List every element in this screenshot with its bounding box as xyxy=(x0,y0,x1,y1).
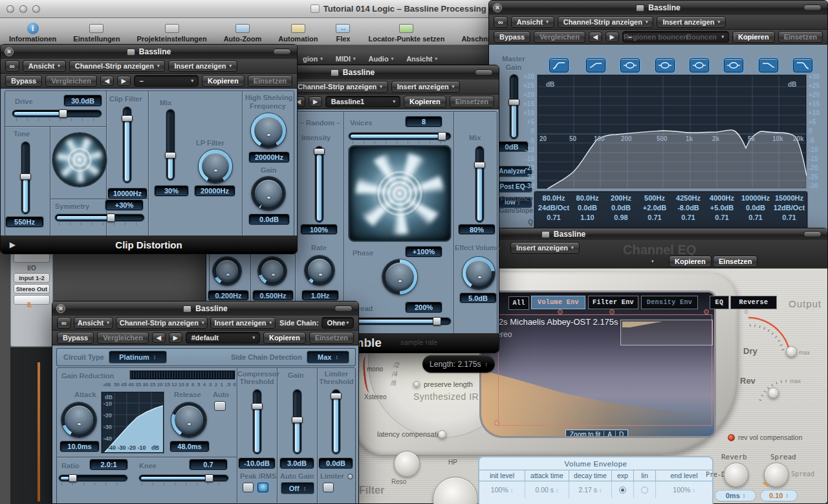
latency-compensation-button[interactable] xyxy=(438,430,446,439)
envelope-handle[interactable] xyxy=(494,421,499,426)
reverb-predelay-knob[interactable] xyxy=(724,463,748,487)
clip-filter-value[interactable]: 10000Hz xyxy=(108,188,147,199)
tone-slider[interactable] xyxy=(21,142,30,214)
tab-density-env[interactable]: Density Env xyxy=(641,296,698,309)
intensity-value[interactable]: 100% xyxy=(301,225,337,234)
waveform-display[interactable]: 2.2s Michaelis Abbey-OST 2.175s Stereo Z… xyxy=(479,290,716,438)
compare-button[interactable]: Vergleichen xyxy=(45,75,97,87)
preset-dropdown[interactable]: Bassline1▾ xyxy=(325,96,400,107)
paste-button[interactable]: Einsetzen xyxy=(778,31,823,43)
envelope-handle[interactable] xyxy=(558,309,563,314)
band-bell-icon[interactable] xyxy=(620,58,640,72)
bypass-button[interactable]: Bypass xyxy=(494,31,530,43)
gain-slider[interactable] xyxy=(293,389,301,454)
lfo1-rate-knob[interactable] xyxy=(213,257,241,285)
minimize-pill[interactable] xyxy=(273,49,291,55)
drive-slider[interactable] xyxy=(12,110,102,117)
band-frequency-row[interactable]: 80.0Hz80.0Hz200Hz500Hz4250Hz4000Hz10000H… xyxy=(537,194,807,202)
preset-dropdown[interactable]: –▾ xyxy=(134,75,199,87)
close-icon[interactable]: ✕ xyxy=(5,47,14,56)
paste-button[interactable]: Einsetzen xyxy=(309,332,354,344)
minimize-pill[interactable] xyxy=(334,305,353,312)
limiter-checkbox[interactable] xyxy=(323,483,334,492)
insert-menu[interactable]: Insert anzeigen▾ xyxy=(657,16,726,28)
predelay-value[interactable]: 0ms↕ xyxy=(715,490,756,501)
attack-time-stepper[interactable]: 0.00 s ↕ xyxy=(525,481,569,498)
limiter-threshold-value[interactable]: 0.0dB xyxy=(319,458,353,468)
high-shelving-frequency-knob[interactable] xyxy=(251,113,286,148)
knee-slider[interactable] xyxy=(139,475,228,481)
knee-value[interactable]: 0.7 xyxy=(190,459,227,470)
close-window-icon[interactable] xyxy=(6,5,14,13)
side-chain-dropdown[interactable]: Ohne▾ xyxy=(321,317,354,329)
next-preset-button[interactable]: ▶ xyxy=(169,333,182,343)
prev-preset-button[interactable]: ◀ xyxy=(152,333,166,343)
zoom-d-button[interactable]: D xyxy=(615,431,624,438)
channel-strip-menu[interactable]: Channel-Strip anzeigen▾ xyxy=(558,16,654,28)
synthesized-ir-label[interactable]: Synthesized IR xyxy=(413,391,479,402)
symmetry-slider[interactable] xyxy=(55,214,144,221)
clip-filter-slider[interactable] xyxy=(123,107,131,183)
close-icon[interactable]: ✕ xyxy=(493,3,502,12)
hs-gain-knob[interactable] xyxy=(252,177,285,210)
lp-filter-value[interactable]: 20000Hz xyxy=(195,186,235,196)
symmetry-value[interactable]: +30% xyxy=(105,200,143,210)
exp-radio[interactable] xyxy=(611,481,633,498)
tab-all[interactable]: All xyxy=(508,296,529,310)
peak-button[interactable] xyxy=(243,483,254,492)
spread-knob[interactable] xyxy=(764,463,789,487)
paste-button[interactable]: Einsetzen xyxy=(450,96,494,107)
drive-value[interactable]: 30.0dB xyxy=(64,95,102,106)
lfo2-rate-value[interactable]: 0.500Hz xyxy=(253,290,293,300)
compressor-threshold-value[interactable]: -10.0dB xyxy=(239,458,275,468)
copy-button[interactable]: Kopieren xyxy=(404,96,446,107)
spread-slider[interactable] xyxy=(349,318,451,325)
copy-button[interactable]: Kopieren xyxy=(263,332,306,344)
band-gain-row[interactable]: 24dB/Oct0.0dB0.0dB+2.0dB-8.0dB+5.0dB0.0d… xyxy=(537,204,807,212)
envelope-selection[interactable] xyxy=(620,320,713,345)
lp-filter-knob[interactable] xyxy=(199,149,232,183)
zoom-to-fit-button[interactable]: Zoom to fitAD xyxy=(565,430,628,438)
init-level-stepper[interactable]: 100% ↕ xyxy=(479,486,525,494)
phase-value[interactable]: +100% xyxy=(406,247,442,257)
spread-value[interactable]: 0.10↕ xyxy=(760,490,798,501)
menu-audio[interactable]: Audio▾ xyxy=(368,55,393,63)
intensity-slider[interactable] xyxy=(315,146,323,223)
next-preset-button[interactable]: ▶ xyxy=(605,32,619,42)
output-button[interactable]: Stereo Out xyxy=(14,284,50,294)
auto-release-checkbox[interactable] xyxy=(214,401,226,411)
zoom-a-button[interactable]: A xyxy=(604,431,612,438)
limiter-threshold-slider[interactable] xyxy=(332,389,340,454)
minimize-window-icon[interactable] xyxy=(19,5,27,13)
preset-dropdown[interactable]: #default▾ xyxy=(186,332,260,344)
attack-knob[interactable] xyxy=(61,402,96,437)
insert-menu[interactable]: Insert anzeigen▾ xyxy=(391,81,461,93)
zoom-window-icon[interactable] xyxy=(32,5,40,13)
minimize-pill[interactable] xyxy=(803,5,822,11)
decay-time-stepper[interactable]: 2.17 s ↕ xyxy=(569,481,611,498)
phase-knob[interactable] xyxy=(382,259,417,294)
menu-ansicht[interactable]: Ansicht▾ xyxy=(406,55,437,63)
insert-menu[interactable]: Insert anzeigen▾ xyxy=(510,242,580,254)
effect-volume-value[interactable]: 5.0dB xyxy=(460,293,496,303)
toolbar-informationen[interactable]: iInformationen xyxy=(9,22,56,43)
paste-button[interactable]: Einsetzen xyxy=(713,256,757,267)
dry-knob[interactable] xyxy=(786,346,797,357)
detection-dropdown[interactable]: Max↕ xyxy=(307,351,349,363)
release-value[interactable]: 48.0ms xyxy=(170,441,209,452)
attack-value[interactable]: 10.0ms xyxy=(60,441,99,452)
tab-volume-env[interactable]: Volume Env xyxy=(531,296,585,309)
copy-button[interactable]: Kopieren xyxy=(669,256,712,267)
release-knob[interactable] xyxy=(171,402,206,437)
next-preset-button[interactable]: ▶ xyxy=(309,96,322,107)
next-preset-button[interactable]: ▶ xyxy=(117,76,131,86)
length-stepper[interactable]: Length: 2.175s↕ xyxy=(422,355,495,373)
rev-vol-compensation-radio[interactable] xyxy=(728,434,735,441)
ratio-value[interactable]: 2.0:1 xyxy=(90,459,127,470)
bypass-button[interactable]: Bypass xyxy=(57,332,94,344)
preset-caret-icon[interactable]: ▾ xyxy=(651,259,654,264)
titlebar[interactable]: ✕ Bassline xyxy=(1,45,297,59)
tone-value[interactable]: 550Hz xyxy=(6,217,43,227)
random-rate-value[interactable]: 1.0Hz xyxy=(302,290,338,300)
eq-frequency-graph[interactable]: dB dB 20 50 100 200 500 1k 2k 5k 10k 20k xyxy=(538,75,806,188)
